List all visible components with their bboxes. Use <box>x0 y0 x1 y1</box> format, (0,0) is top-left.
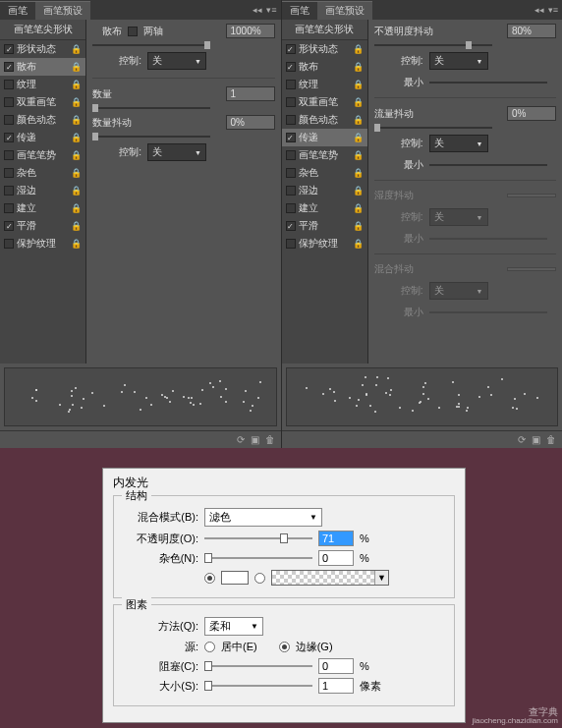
sidebar-item-5[interactable]: 传递🔒 <box>282 129 367 146</box>
opacity-slider[interactable] <box>204 537 312 539</box>
collapse-icon[interactable]: ◂◂ <box>534 5 544 15</box>
sidebar-item-7[interactable]: 杂色🔒 <box>282 164 367 182</box>
sidebar-item-1[interactable]: 散布🔒 <box>282 58 367 76</box>
trash-icon[interactable]: 🗑 <box>265 434 275 445</box>
count-jitter-slider[interactable] <box>92 136 210 138</box>
trash-icon[interactable]: 🗑 <box>546 434 556 445</box>
sidebar-item-2[interactable]: 纹理🔒 <box>282 76 367 93</box>
toggle-icon[interactable]: ⟳ <box>237 434 245 445</box>
checkbox-icon[interactable] <box>286 62 296 72</box>
sidebar-item-5[interactable]: 传递🔒 <box>0 129 85 146</box>
checkbox-icon[interactable] <box>286 239 296 249</box>
size-input[interactable] <box>318 678 354 694</box>
checkbox-icon[interactable] <box>4 62 14 72</box>
both-axes-checkbox[interactable] <box>128 27 138 36</box>
source-center-radio[interactable] <box>204 642 215 652</box>
noise-input[interactable] <box>318 550 354 566</box>
count-slider[interactable] <box>92 107 210 109</box>
scatter-slider[interactable] <box>92 44 210 46</box>
checkbox-icon[interactable] <box>286 150 296 160</box>
sidebar-item-0[interactable]: 形状动态🔒 <box>0 40 85 58</box>
min1-slider[interactable] <box>429 82 547 84</box>
min2-label: 最小 <box>374 158 423 172</box>
checkbox-icon[interactable] <box>4 80 14 89</box>
tab-preset[interactable]: 画笔预设 <box>35 1 90 20</box>
sidebar-item-0[interactable]: 形状动态🔒 <box>282 40 367 58</box>
choke-slider[interactable] <box>204 665 312 667</box>
new-preset-icon[interactable]: ▣ <box>251 434 259 445</box>
sidebar-item-4[interactable]: 颜色动态🔒 <box>282 111 367 129</box>
control2-select[interactable]: 关▼ <box>147 143 206 161</box>
control1-select[interactable]: 关▼ <box>429 52 488 70</box>
sidebar-item-9[interactable]: 建立🔒 <box>282 199 367 217</box>
sidebar-item-7[interactable]: 杂色🔒 <box>0 164 85 182</box>
color-swatch[interactable] <box>221 571 249 585</box>
technique-select[interactable]: 柔和▼ <box>204 617 263 636</box>
sidebar-item-1[interactable]: 散布🔒 <box>0 58 85 76</box>
tab-brush[interactable]: 画笔 <box>0 1 35 20</box>
checkbox-icon[interactable] <box>286 97 296 107</box>
checkbox-icon[interactable] <box>4 203 14 213</box>
checkbox-icon[interactable] <box>286 186 296 196</box>
sidebar-item-2[interactable]: 纹理🔒 <box>0 76 85 93</box>
size-slider[interactable] <box>204 685 312 687</box>
checkbox-icon[interactable] <box>4 115 14 125</box>
checkbox-icon[interactable] <box>4 150 14 160</box>
sidebar-item-6[interactable]: 画笔笔势🔒 <box>0 146 85 164</box>
sidebar-item-11[interactable]: 保护纹理🔒 <box>282 235 367 252</box>
noise-slider[interactable] <box>204 557 312 559</box>
sidebar-item-8[interactable]: 湿边🔒 <box>0 182 85 199</box>
sidebar-item-11[interactable]: 保护纹理🔒 <box>0 235 85 252</box>
sidebar-header[interactable]: 画笔笔尖形状 <box>282 20 367 40</box>
checkbox-icon[interactable] <box>286 168 296 178</box>
panel-bottom-bar: ⟳ ▣ 🗑 <box>282 430 563 448</box>
flow-jitter-slider[interactable] <box>374 127 492 129</box>
tab-brush[interactable]: 画笔 <box>282 1 317 20</box>
checkbox-icon[interactable] <box>4 97 14 107</box>
checkbox-icon[interactable] <box>286 115 296 125</box>
blend-select[interactable]: 滤色▼ <box>204 508 322 527</box>
checkbox-icon[interactable] <box>4 186 14 196</box>
opacity-jitter-value[interactable]: 80% <box>507 24 556 38</box>
gradient-select[interactable]: ▼ <box>271 570 389 586</box>
tab-preset[interactable]: 画笔预设 <box>317 1 372 20</box>
checkbox-icon[interactable] <box>286 44 296 54</box>
collapse-icon[interactable]: ◂◂ <box>253 5 262 15</box>
control-select[interactable]: 关▼ <box>147 52 206 70</box>
min2-slider[interactable] <box>429 164 547 166</box>
checkbox-icon[interactable] <box>286 133 296 142</box>
scatter-value[interactable]: 1000% <box>226 24 275 38</box>
choke-input[interactable] <box>318 658 354 674</box>
sidebar-header[interactable]: 画笔笔尖形状 <box>0 20 85 40</box>
checkbox-icon[interactable] <box>4 239 14 249</box>
checkbox-icon[interactable] <box>4 44 14 54</box>
sidebar-item-4[interactable]: 颜色动态🔒 <box>0 111 85 129</box>
color-gradient-radio[interactable] <box>254 573 265 584</box>
control2-select[interactable]: 关▼ <box>429 135 488 152</box>
sidebar-item-3[interactable]: 双重画笔🔒 <box>282 93 367 111</box>
opacity-jitter-slider[interactable] <box>374 44 492 46</box>
count-jitter-value[interactable]: 0% <box>226 115 275 130</box>
checkbox-icon[interactable] <box>286 80 296 89</box>
sidebar-item-10[interactable]: 平滑🔒 <box>0 217 85 235</box>
color-solid-radio[interactable] <box>204 573 215 584</box>
sidebar-item-label: 湿边 <box>299 184 350 197</box>
checkbox-icon[interactable] <box>4 168 14 178</box>
opacity-input[interactable] <box>318 531 354 546</box>
count-value[interactable]: 1 <box>226 86 275 101</box>
toggle-icon[interactable]: ⟳ <box>518 434 526 445</box>
new-preset-icon[interactable]: ▣ <box>532 434 540 445</box>
flow-jitter-value[interactable]: 0% <box>507 106 556 121</box>
checkbox-icon[interactable] <box>286 203 296 213</box>
sidebar-item-6[interactable]: 画笔笔势🔒 <box>282 146 367 164</box>
panel-menu-icon[interactable]: ▾≡ <box>548 5 558 15</box>
panel-menu-icon[interactable]: ▾≡ <box>266 5 276 15</box>
checkbox-icon[interactable] <box>4 133 14 142</box>
source-edge-radio[interactable] <box>279 642 290 652</box>
sidebar-item-3[interactable]: 双重画笔🔒 <box>0 93 85 111</box>
sidebar-item-9[interactable]: 建立🔒 <box>0 199 85 217</box>
sidebar-item-8[interactable]: 湿边🔒 <box>282 182 367 199</box>
sidebar-item-10[interactable]: 平滑🔒 <box>282 217 367 235</box>
checkbox-icon[interactable] <box>286 221 296 231</box>
checkbox-icon[interactable] <box>4 221 14 231</box>
